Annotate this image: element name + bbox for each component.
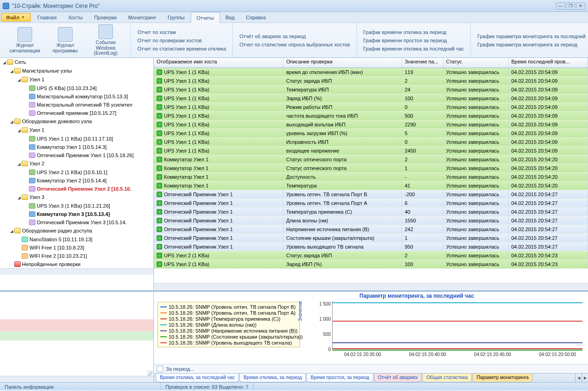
tree-item[interactable]: UPS Узел 2 (1 KBa) [10.5.10.1] xyxy=(37,170,107,175)
tree-hscroll[interactable] xyxy=(0,268,153,275)
menu-item-4[interactable]: Группы xyxy=(162,12,191,23)
minimize-button[interactable]: — xyxy=(556,2,565,10)
table-row[interactable]: UPS Узел 1 (1 KBa)Статус заряда ИБП2Успе… xyxy=(154,77,588,85)
table-row[interactable]: UPS Узел 1 (1 KBa)Исправность ИБП0Успешн… xyxy=(154,138,588,147)
period-bar[interactable]: За период... xyxy=(154,364,588,373)
status-ok-icon xyxy=(157,96,162,101)
menu-item-7[interactable]: Справка xyxy=(241,12,272,23)
tree-node[interactable]: Узел 1 xyxy=(29,77,45,82)
table-row[interactable]: Оптический Приемник Узел 1Температура пр… xyxy=(154,208,588,216)
grid-col-4[interactable]: Время последней пров... xyxy=(509,58,588,68)
ribbon-link-1-0[interactable]: Отчёт об авариях за период xyxy=(239,32,350,40)
file-menu[interactable]: Файл xyxy=(1,13,31,22)
ribbon-link-0-0[interactable]: Отчет по хостам xyxy=(137,28,226,36)
tree-group[interactable]: Оборудование радио доступа xyxy=(22,228,92,233)
tree-item[interactable]: UPS Узел 1 (1 KBa) [10.11.17.10] xyxy=(37,136,113,142)
grid-header[interactable]: Отображаемое имя хостаОписание проверкиЗ… xyxy=(154,58,588,68)
menu-item-0[interactable]: Главная xyxy=(32,12,62,23)
resize-grip-icon[interactable] xyxy=(147,370,153,376)
tree-panel[interactable]: ◢Сеть◢Магистральные узлы◢Узел 1UPS (5 KB… xyxy=(0,58,154,290)
tree-group[interactable]: Оборудование домового узла xyxy=(22,119,92,124)
grid-hscroll[interactable] xyxy=(154,283,588,290)
ribbon-link-2-2[interactable]: График времени отклика за последний час xyxy=(363,45,464,53)
bottom-tab-4[interactable]: Общая статистика xyxy=(422,374,472,382)
table-row[interactable]: Коммутатор Узел 1Температура41Успешно за… xyxy=(154,181,588,190)
table-row[interactable]: Оптический Приемник Узел 1Длина волны (н… xyxy=(154,216,588,225)
ribbon-button-1[interactable]: Журналпрограммы xyxy=(45,27,85,53)
tree-item[interactable]: Коммутатор Узел 2 [10.5.14.4] xyxy=(37,178,107,183)
tree-failed[interactable]: Непройденные проверки xyxy=(22,261,80,267)
tab-scroll-left[interactable]: ◀ xyxy=(575,374,582,382)
table-row[interactable]: Оптический Приемник Узел 1Состояние крыш… xyxy=(154,234,588,243)
grid-col-2[interactable]: Значение па... xyxy=(402,58,443,68)
xtick: 04:02:15 20:50:00 xyxy=(539,352,576,357)
info-hscroll[interactable] xyxy=(0,376,153,382)
tree-node[interactable]: Узел 1 xyxy=(29,127,45,133)
ribbon-link-0-2[interactable]: Отчет по статистике времени отклика xyxy=(137,45,226,53)
tree-item[interactable]: UPS (5 KBa) [10.10.23.24] xyxy=(37,85,96,91)
table-row[interactable]: Коммутатор Узел 1Статус оптического порт… xyxy=(154,155,588,164)
grid-body[interactable]: UPS Узел 1 (1 KBa)время до отключения ИБ… xyxy=(154,68,588,283)
tree-item[interactable]: Оптический Приемник Узел 1 [10.5.18.26] xyxy=(37,153,134,158)
bottom-tab-0[interactable]: Время отклика, за последний час xyxy=(156,374,239,382)
table-row[interactable]: UPS Узел 1 (1 KBa)частота выходящего ток… xyxy=(154,112,588,120)
status-ok-icon xyxy=(157,174,162,180)
table-row[interactable]: UPS Узел 1 (1 KBa)уровень загрузки ИБП (… xyxy=(154,129,588,138)
tree-item[interactable]: NanoStation 5 [10.11.19.13] xyxy=(29,237,92,242)
ribbon-link-2-1[interactable]: График времени простоя за период xyxy=(363,36,464,45)
tree-item[interactable]: UPS Узел 3 (1 KBa) [10.1.21.26] xyxy=(37,203,110,209)
grid-col-0[interactable]: Отображаемое имя хоста xyxy=(154,58,283,68)
tree-item[interactable]: Оптический приемник [10.5.15.27] xyxy=(37,110,116,116)
table-row[interactable]: UPS Узел 1 (1 KBa)входящее напряжение245… xyxy=(154,147,588,155)
menu-item-1[interactable]: Хосты xyxy=(62,12,89,23)
table-row[interactable]: Оптический Приемник Узел 1Уровень оптич.… xyxy=(154,199,588,208)
bottom-tab-3[interactable]: Отчёт об авариях xyxy=(374,374,422,382)
ribbon-link-3-1[interactable]: График параметра мониторинга за период xyxy=(477,40,586,49)
tree-item[interactable]: Оптический Приемник Узел 2 [10.5.10. xyxy=(37,186,131,192)
table-row[interactable]: Оптический Приемник Узел 1Напряжение ист… xyxy=(154,225,588,234)
table-row[interactable]: Оптический Приемник Узел 1Уровень оптич.… xyxy=(154,190,588,199)
tree-item[interactable]: WIFI Free 1 [10.10.8.23] xyxy=(29,245,84,250)
ribbon-link-1-1[interactable]: Отчет по статистике опроса выбранных хос… xyxy=(239,40,350,49)
menu-item-2[interactable]: Проверки xyxy=(89,12,123,23)
menu-item-6[interactable]: Вид xyxy=(220,12,241,23)
tree-item[interactable]: WIFI Free 2 [10.10.23.21] xyxy=(29,253,87,259)
tab-scroll-right[interactable]: ▶ xyxy=(582,374,588,382)
close-button[interactable]: ✕ xyxy=(576,2,585,10)
status-ok-icon xyxy=(157,209,162,215)
ribbon-button-2[interactable]: События Windows(EventLog) xyxy=(85,24,126,56)
tree-item[interactable]: Магистральный коммутатор [10.5.13.3] xyxy=(37,94,128,99)
tree-group[interactable]: Магистральные узлы xyxy=(22,68,72,74)
tree-item[interactable]: Коммутатор Узел 3 [10.5.13.4] xyxy=(37,211,110,217)
tree-node[interactable]: Узел 2 xyxy=(29,161,45,166)
table-row[interactable]: UPS Узел 2 (1 KBa)Заряд ИБП (%)100Успешн… xyxy=(154,260,588,269)
ribbon-link-0-1[interactable]: Отчет по проверкам хостов xyxy=(137,36,226,45)
table-row[interactable]: UPS Узел 1 (1 KBa)Заряд ИБП (%)100Успешн… xyxy=(154,94,588,103)
table-row[interactable]: UPS Узел 1 (1 KBa)выходящий вольтаж ИБП2… xyxy=(154,120,588,129)
table-row[interactable]: Оптический Приемник Узел 1Уровень выходя… xyxy=(154,243,588,251)
tree-root[interactable]: Сеть xyxy=(15,59,26,65)
status-ok-icon xyxy=(157,165,162,171)
grid-col-1[interactable]: Описание проверки xyxy=(283,58,402,68)
ribbon-button-0[interactable]: Журналсигнализации xyxy=(5,27,45,53)
menu-item-5[interactable]: Отчеты xyxy=(191,12,220,23)
maximize-button[interactable]: ❐ xyxy=(566,2,575,10)
bottom-tab-2[interactable]: Время простоя, за период xyxy=(306,374,373,382)
table-row[interactable]: UPS Узел 1 (1 KBa)Режим работы ИБП0Успеш… xyxy=(154,103,588,112)
grid-col-3[interactable]: Статус xyxy=(443,58,509,68)
table-row[interactable]: UPS Узел 2 (1 KBa)Статус заряда ИБП2Успе… xyxy=(154,251,588,260)
tree-item[interactable]: Магистральный оптический ТВ усилител xyxy=(37,102,132,108)
bottom-tab-1[interactable]: Время отклика, за период xyxy=(239,374,306,382)
table-row[interactable]: UPS Узел 1 (1 KBa)время до отключения ИБ… xyxy=(154,68,588,77)
table-row[interactable]: Коммутатор Узел 1Статус оптического порт… xyxy=(154,164,588,173)
table-row[interactable]: Коммутатор Узел 1Доступность-Успешно зав… xyxy=(154,173,588,181)
ribbon-link-3-0[interactable]: График параметра мониторинга за последни… xyxy=(477,32,586,40)
table-row[interactable]: UPS Узел 1 (1 KBa)Температура ИБП24Успеш… xyxy=(154,85,588,94)
tree-node[interactable]: Узел 3 xyxy=(29,194,45,200)
bottom-tab-5[interactable]: Параметр мониторинга xyxy=(472,374,533,382)
ribbon-link-2-0[interactable]: График времени отклика за период xyxy=(363,28,464,36)
tree-item[interactable]: Оптический Приемник Узел 3 [10.5.14. xyxy=(37,220,127,225)
tree-item[interactable]: Коммутатор Узел 1 [10.5.14.3] xyxy=(37,144,107,150)
menu-item-3[interactable]: Мониторинг xyxy=(123,12,162,23)
title-bar: "10-Страйк: Мониторинг Сети Pro" — ❐ ✕ xyxy=(0,0,588,12)
